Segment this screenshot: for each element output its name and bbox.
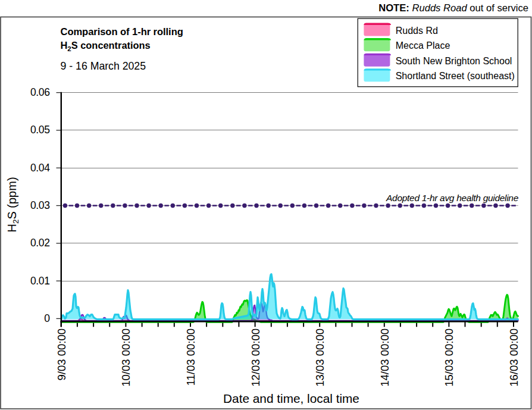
svg-text:Shortland Street (southeast): Shortland Street (southeast)	[396, 71, 515, 81]
svg-text:0.01: 0.01	[30, 275, 49, 287]
svg-text:Rudds Rd: Rudds Rd	[396, 26, 438, 36]
svg-text:Comparison of 1-hr rolling: Comparison of 1-hr rolling	[61, 26, 183, 37]
svg-text:0.04: 0.04	[30, 162, 50, 174]
svg-text:H2S (ppm): H2S (ppm)	[5, 177, 20, 232]
svg-text:Date and time, local time: Date and time, local time	[223, 392, 359, 405]
svg-text:0: 0	[44, 312, 50, 324]
svg-text:13/03 00:00: 13/03 00:00	[314, 328, 326, 387]
svg-text:0.05: 0.05	[30, 124, 49, 136]
svg-text:10/03 00:00: 10/03 00:00	[120, 328, 132, 387]
svg-text:9 - 16 March 2025: 9 - 16 March 2025	[61, 60, 146, 72]
svg-text:0.03: 0.03	[30, 199, 49, 211]
svg-text:0.06: 0.06	[30, 86, 49, 98]
svg-text:12/03 00:00: 12/03 00:00	[249, 328, 262, 387]
svg-text:14/03 00:00: 14/03 00:00	[378, 328, 391, 387]
svg-text:16/03 00:00: 16/03 00:00	[508, 328, 520, 387]
svg-text:Mecca Place: Mecca Place	[396, 40, 450, 51]
svg-text:11/03 00:00: 11/03 00:00	[184, 328, 197, 386]
svg-text:South New Brighton School: South New Brighton School	[396, 56, 512, 66]
svg-text:0.02: 0.02	[30, 237, 49, 249]
svg-text:H2S concentrations: H2S concentrations	[61, 40, 151, 52]
svg-text:9/03 00:00: 9/03 00:00	[55, 328, 68, 380]
svg-text:Adopted 1-hr avg health guidel: Adopted 1-hr avg health guideline	[386, 193, 519, 203]
svg-text:NOTE: Rudds Road out of servic: NOTE: Rudds Road out of service	[378, 2, 528, 14]
svg-text:15/03 00:00: 15/03 00:00	[443, 328, 455, 387]
